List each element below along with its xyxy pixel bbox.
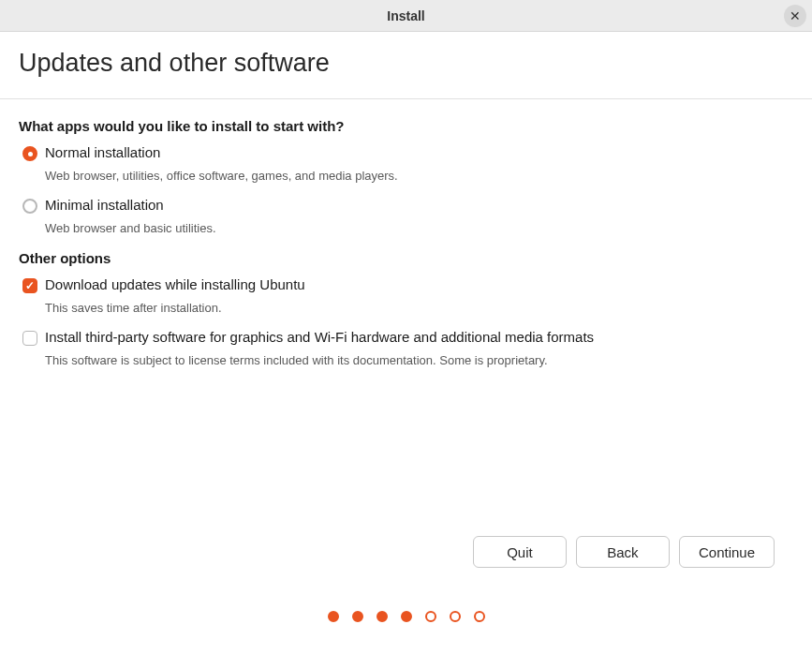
progress-dot-6 [450,611,461,622]
checkbox-unchecked-icon [22,331,37,346]
window-title: Install [387,8,424,23]
continue-button[interactable]: Continue [679,536,775,568]
minimal-install-desc: Web browser and basic utilities. [45,221,793,235]
radio-selected-icon [22,146,37,161]
progress-dot-1 [328,611,339,622]
third-party-label: Install third-party software for graphic… [45,329,594,345]
progress-dot-4 [401,611,412,622]
content-area: What apps would you like to install to s… [0,99,812,654]
download-updates-desc: This saves time after installation. [45,301,793,315]
minimal-install-option[interactable]: Minimal installation [22,197,793,214]
other-options-label: Other options [19,250,793,266]
button-row: Quit Back Continue [19,536,793,583]
progress-dot-3 [376,611,388,622]
progress-dot-5 [425,611,436,622]
normal-install-option[interactable]: Normal installation [22,144,793,161]
download-updates-option[interactable]: Download updates while installing Ubuntu [22,276,793,293]
progress-dots [19,583,793,654]
third-party-desc: This software is subject to license term… [45,353,793,367]
normal-install-label: Normal installation [45,144,160,160]
quit-button[interactable]: Quit [473,536,567,568]
progress-dot-7 [474,611,485,622]
page-header: Updates and other software [0,32,812,99]
back-button[interactable]: Back [576,536,670,568]
checkbox-checked-icon [22,278,37,293]
close-button[interactable]: ✕ [784,5,806,27]
third-party-option[interactable]: Install third-party software for graphic… [22,329,793,346]
apps-question-label: What apps would you like to install to s… [19,118,793,134]
close-icon: ✕ [790,8,801,23]
titlebar: Install ✕ [0,0,812,32]
radio-unselected-icon [22,199,37,214]
page-title: Updates and other software [19,49,793,78]
minimal-install-label: Minimal installation [45,197,164,213]
download-updates-label: Download updates while installing Ubuntu [45,276,305,292]
normal-install-desc: Web browser, utilities, office software,… [45,169,793,183]
progress-dot-2 [352,611,363,622]
